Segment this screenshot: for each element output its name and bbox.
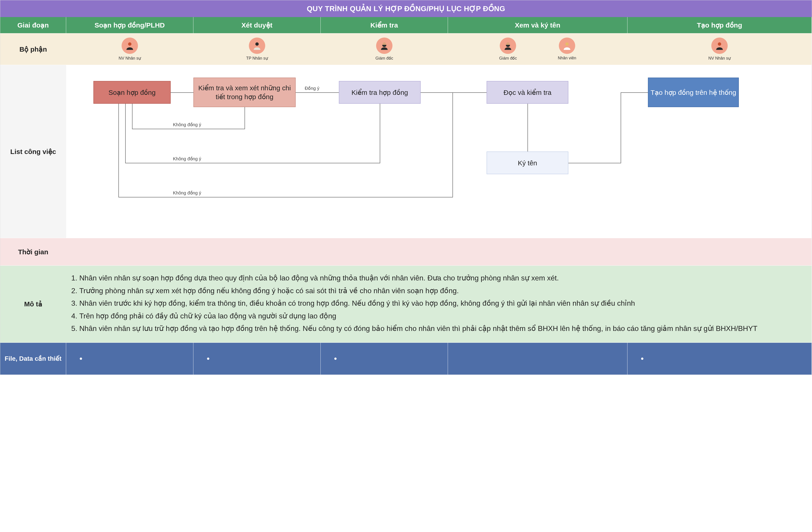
- connector: [296, 92, 339, 93]
- dept-cell-4: Giám đốc Nhân viên: [448, 33, 627, 65]
- row-label-dept: Bộ phận: [0, 33, 66, 65]
- edge-label-agree: Đồng ý: [305, 85, 319, 91]
- time-row: Thời gian: [0, 238, 812, 266]
- dept-cell-2: TP Nhân sự: [193, 33, 321, 65]
- file-cell: [448, 343, 627, 375]
- avatar-icon: [500, 38, 516, 54]
- header-stage: Giai đoạn: [0, 17, 66, 33]
- avatar-icon: [559, 38, 575, 54]
- connector: [380, 104, 380, 163]
- dept-cell-3: Giám đốc: [321, 33, 448, 65]
- persona-name: NV Nhân sự: [119, 56, 141, 61]
- connector: [171, 92, 193, 93]
- connector: [452, 92, 487, 93]
- header-col-1: Soạn hợp đồng/PLHD: [66, 17, 193, 33]
- row-label-desc: Mô tả: [0, 266, 66, 342]
- description-row: Mô tả Nhân viên nhân sự soạn hợp đồng dự…: [0, 266, 812, 343]
- flow-box-create: Tạo hợp đồng trên hệ thống: [648, 78, 739, 107]
- connector: [621, 92, 648, 93]
- dept-cell-5: NV Nhân sự: [627, 33, 812, 65]
- desc-item: Nhân viên nhân sự soạn hợp đồng dựa theo…: [79, 272, 802, 284]
- time-cell: [193, 238, 321, 265]
- file-cell: [627, 343, 812, 375]
- file-row: File, Data cần thiết: [0, 343, 812, 375]
- connector: [452, 92, 453, 197]
- desc-item: Nhân viên trước khi ký hợp đồng, kiểm tr…: [79, 298, 802, 309]
- connector: [568, 163, 621, 163]
- flowchart-area: Soạn hợp đồng Kiểm tra và xem xét những …: [66, 65, 812, 238]
- flow-box-draft: Soạn hợp đồng: [93, 81, 171, 104]
- header-row: Giai đoạn Soạn hợp đồng/PLHD Xét duyệt K…: [0, 17, 812, 33]
- file-cell: [193, 343, 321, 375]
- edge-label-disagree-2: Không đồng ý: [173, 156, 201, 162]
- flow-box-sign: Ký tên: [487, 152, 568, 174]
- persona-name: Giám đốc: [375, 56, 393, 61]
- row-label-file: File, Data cần thiết: [0, 343, 66, 375]
- time-cell: [321, 238, 448, 265]
- svg-point-1: [256, 42, 259, 46]
- avatar-icon: [711, 38, 728, 54]
- connector: [132, 129, 245, 129]
- connector: [527, 104, 528, 152]
- desc-item: Nhân viên nhân sự lưu trữ hợp đồng và tạ…: [79, 323, 802, 334]
- flow-box-review: Kiểm tra và xem xét những chi tiết trong…: [193, 78, 296, 107]
- connector: [118, 104, 119, 197]
- connector: [621, 92, 621, 163]
- avatar-icon: [249, 38, 265, 54]
- flow-box-read: Đọc và kiểm tra: [487, 81, 568, 104]
- connector: [245, 107, 245, 129]
- persona-name: TP Nhân sự: [246, 56, 268, 61]
- persona: NV Nhân sự: [119, 38, 141, 61]
- edge-label-disagree-1: Không đồng ý: [173, 122, 201, 127]
- header-col-4: Xem và ký tên: [448, 17, 627, 33]
- description-body: Nhân viên nhân sự soạn hợp đồng dựa theo…: [66, 266, 812, 342]
- connector: [125, 104, 126, 163]
- bullet-icon: [334, 358, 337, 360]
- time-cell: [627, 238, 812, 265]
- persona: Giám đốc: [499, 38, 517, 61]
- desc-item: Trên hợp đồng phải có đầy đủ chữ ký của …: [79, 310, 802, 322]
- work-row: List công việc Soạn hợp đồng Kiểm tra và…: [0, 65, 812, 238]
- persona-name: Giám đốc: [499, 56, 517, 61]
- svg-point-0: [128, 42, 132, 46]
- desc-item: Trưởng phòng nhân sự xem xét hợp đồng nế…: [79, 285, 802, 297]
- flow-box-check: Kiểm tra hợp đồng: [339, 81, 421, 104]
- diagram-title: QUY TRÌNH QUẢN LÝ HỢP ĐỒNG/PHỤ LỤC HỢP Đ…: [0, 0, 812, 17]
- persona: Giám đốc: [375, 38, 393, 61]
- connector: [132, 104, 132, 129]
- persona: TP Nhân sự: [246, 38, 268, 61]
- swimlane-diagram: QUY TRÌNH QUẢN LÝ HỢP ĐỒNG/PHỤ LỤC HỢP Đ…: [0, 0, 812, 375]
- svg-point-4: [565, 42, 569, 46]
- svg-point-5: [718, 42, 721, 46]
- time-cell: [66, 238, 193, 265]
- time-cell: [448, 238, 627, 265]
- header-col-2: Xét duyệt: [193, 17, 321, 33]
- row-label-work: List công việc: [0, 65, 66, 238]
- persona: NV Nhân sự: [708, 38, 731, 61]
- persona-pair: Giám đốc Nhân viên: [451, 38, 625, 61]
- dept-cell-1: NV Nhân sự: [66, 33, 193, 65]
- edge-label-disagree-3: Không đồng ý: [173, 190, 201, 196]
- header-col-5: Tạo hợp đồng: [627, 17, 812, 33]
- persona-name: NV Nhân sự: [708, 56, 731, 61]
- header-col-3: Kiểm tra: [321, 17, 448, 33]
- avatar-icon: [376, 38, 392, 54]
- file-cell: [66, 343, 193, 375]
- bullet-icon: [641, 358, 643, 360]
- connector: [118, 197, 453, 197]
- bullet-icon: [207, 358, 209, 360]
- avatar-icon: [121, 38, 138, 54]
- persona: Nhân viên: [558, 38, 576, 61]
- file-cell: [321, 343, 448, 375]
- department-row: Bộ phận NV Nhân sự TP Nhân sự Giám đốc: [0, 33, 812, 65]
- connector: [125, 163, 380, 163]
- persona-name: Nhân viên: [558, 56, 576, 60]
- bullet-icon: [80, 358, 82, 360]
- row-label-time: Thời gian: [0, 238, 66, 265]
